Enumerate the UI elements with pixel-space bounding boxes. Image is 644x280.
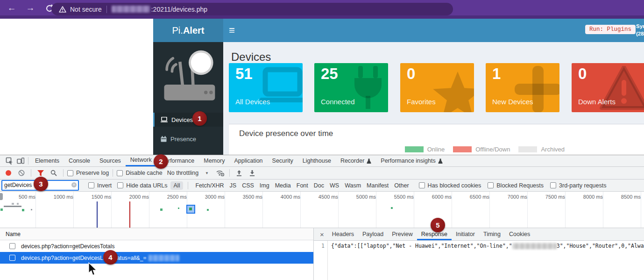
filter-type-media[interactable]: Media (273, 181, 293, 190)
calendar-icon (161, 136, 167, 142)
filter-type-other[interactable]: Other (392, 181, 411, 190)
tab-headers[interactable]: Headers (328, 228, 358, 240)
devtools-panel: Elements Console Sources Network Perform… (0, 155, 644, 280)
throttling-caret-icon[interactable]: ▼ (205, 171, 209, 175)
filter-type-wasm[interactable]: Wasm (342, 181, 363, 190)
filter-type-all[interactable]: All (170, 181, 184, 190)
has-blocked-cookies-checkbox[interactable]: Has blocked cookies (419, 182, 481, 189)
filter-type-fetch[interactable]: Fetch/XHR (193, 181, 226, 190)
request-row-devices-list[interactable]: devices.php?action=getDevicesList&status… (0, 252, 313, 264)
forward-icon[interactable]: → (24, 2, 36, 14)
request-checkbox[interactable] (9, 255, 15, 261)
timeline-scroll-nub[interactable] (0, 193, 3, 200)
sidebar-item-devices[interactable]: Devices (153, 113, 223, 127)
search-icon[interactable] (48, 168, 59, 178)
blocked-requests-checkbox[interactable]: Blocked Requests (488, 182, 544, 189)
browser-toolbar: ← → Not secure :20211/devices.php (0, 0, 644, 19)
line-number-gutter: 1 (314, 241, 328, 280)
waterfall-dot (31, 209, 32, 210)
import-har-icon[interactable] (234, 168, 245, 178)
network-overview-timeline[interactable]: 500 ms 1000 ms 1500 ms 2000 ms 2500 ms 3… (0, 192, 644, 228)
sidebar-toggle-icon[interactable]: ≡ (229, 24, 235, 36)
logo-pi: Pi. (172, 25, 183, 36)
tab-performance-insights[interactable]: Performance insights (376, 155, 447, 166)
third-party-requests-checkbox[interactable]: 3rd-party requests (550, 182, 606, 189)
filter-type-ws[interactable]: WS (327, 181, 341, 190)
sidebar-item-label: Devices (171, 116, 193, 123)
filter-type-css[interactable]: CSS (240, 181, 256, 190)
close-icon[interactable]: × (316, 230, 328, 238)
legend-swatch-offline (453, 146, 472, 152)
tab-recorder[interactable]: Recorder (336, 155, 376, 166)
tab-timing[interactable]: Timing (479, 228, 505, 240)
sidebar-item-presence[interactable]: Presence (153, 132, 223, 146)
invert-checkbox[interactable]: Invert (88, 182, 112, 189)
card-favorites[interactable]: 0 Favorites (400, 63, 474, 112)
waterfall-dot (0, 208, 3, 211)
experiment-flask-icon (367, 158, 371, 164)
timeline-tick: 4500 ms (303, 192, 339, 228)
hide-data-urls-checkbox[interactable]: Hide data URLs (117, 182, 167, 189)
card-value: 1 (492, 65, 501, 83)
tab-preview[interactable]: Preview (388, 228, 417, 240)
security-label: Not secure (70, 6, 102, 13)
device-toolbar-icon[interactable] (15, 156, 26, 166)
tab-payload[interactable]: Payload (358, 228, 388, 240)
inspect-element-icon[interactable] (4, 156, 15, 166)
export-har-icon[interactable] (247, 168, 258, 178)
name-column-header[interactable]: Name (0, 228, 313, 240)
filter-type-img[interactable]: Img (257, 181, 272, 190)
tab-elements[interactable]: Elements (30, 155, 64, 166)
domcontentloaded-line (97, 201, 98, 228)
tab-console[interactable]: Console (64, 155, 95, 166)
tab-sources[interactable]: Sources (95, 155, 126, 166)
run-plugins-button[interactable]: Run: Plugins (585, 25, 636, 34)
tab-application[interactable]: Application (229, 155, 267, 166)
star-icon (432, 72, 474, 112)
redacted-host (112, 6, 150, 13)
filter-type-font[interactable]: Font (294, 181, 311, 190)
waterfall-dot (391, 207, 393, 209)
waterfall-tick (17, 203, 19, 205)
address-bar[interactable]: Not secure :20211/devices.php (51, 3, 453, 15)
legend-online: Online (405, 146, 445, 153)
app-content: Devices 51 All Devices 25 Connected 0 Fa… (223, 42, 644, 155)
chart-title: Device presence over time (239, 129, 333, 138)
network-toolbar: Preserve log Disable cache No throttling… (0, 167, 644, 179)
filter-type-js[interactable]: JS (227, 181, 239, 190)
timeline-tick: 1500 ms (76, 192, 112, 228)
card-value: 0 (578, 65, 587, 83)
router-logo (161, 49, 218, 106)
response-json[interactable]: {"data":[["laptop","Net - Huawei","Inter… (328, 241, 644, 280)
filter-type-manifest[interactable]: Manifest (364, 181, 391, 190)
card-label: Down Alerts (578, 98, 616, 106)
filter-type-doc[interactable]: Doc (311, 181, 326, 190)
selected-request-marker[interactable] (186, 205, 195, 214)
request-row-totals[interactable]: devices.php?action=getDevicesTotals (0, 240, 313, 252)
tab-lighthouse[interactable]: Lighthouse (298, 155, 336, 166)
throttling-select[interactable]: No throttling (167, 170, 198, 176)
clear-filter-icon[interactable]: × (71, 182, 77, 187)
card-down-alerts[interactable]: 0 Down Alerts (572, 63, 644, 112)
tab-network[interactable]: Network (126, 155, 156, 166)
chart-legend: Online Offline/Down Archived (405, 146, 565, 153)
tab-initiator[interactable]: Initiator (452, 228, 479, 240)
card-connected[interactable]: 25 Connected (314, 63, 388, 112)
clear-icon[interactable] (16, 168, 27, 178)
record-icon[interactable] (3, 168, 14, 178)
card-new-devices[interactable]: 1 New Devices (486, 63, 559, 112)
network-conditions-icon[interactable] (214, 168, 226, 178)
experiment-flask-icon (438, 158, 443, 164)
tab-cookies[interactable]: Cookies (505, 228, 534, 240)
timeline-tick: 2500 ms (151, 192, 187, 228)
tab-memory[interactable]: Memory (199, 155, 229, 166)
preserve-log-checkbox[interactable]: Preserve log (67, 170, 109, 176)
url-text: :20211/devices.php (151, 6, 207, 13)
request-checkbox[interactable] (9, 243, 15, 249)
card-all-devices[interactable]: 51 All Devices (229, 63, 303, 112)
disable-cache-checkbox[interactable]: Disable cache (117, 170, 163, 176)
tab-security[interactable]: Security (268, 155, 298, 166)
back-icon[interactable]: ← (6, 2, 18, 14)
app-logo[interactable]: Pi.Alert (153, 19, 223, 42)
presence-chart-box: Device presence over time Online Offline… (229, 124, 644, 155)
